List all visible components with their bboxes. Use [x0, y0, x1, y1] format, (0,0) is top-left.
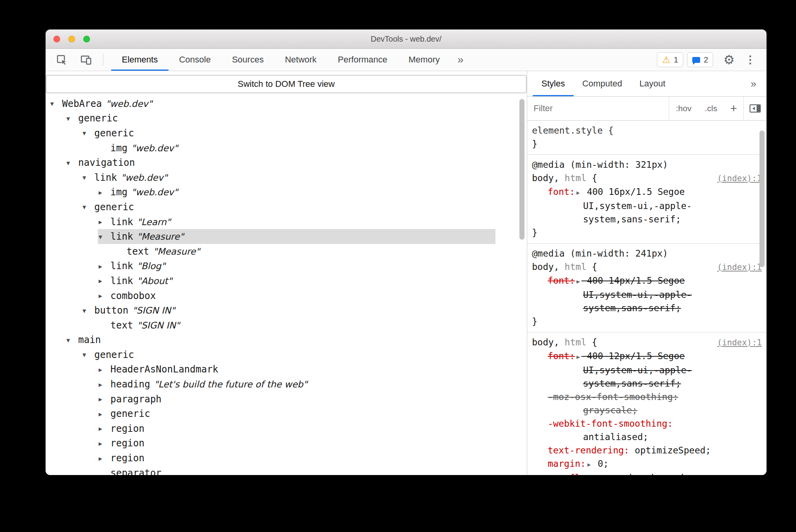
- tree-row-navigation[interactable]: ▾navigation: [46, 155, 495, 170]
- tree-row-headerasnonlandmark[interactable]: ▸HeaderAsNonLandmark: [46, 362, 495, 377]
- css-property-name[interactable]: font:: [548, 187, 575, 197]
- sidebar-tab-styles[interactable]: Styles: [533, 71, 574, 96]
- css-declaration[interactable]: font:▸ 400 12px/1.5 Segoe UI,system-ui,-…: [532, 349, 762, 390]
- tree-collapsed-icon[interactable]: ▸: [99, 395, 110, 403]
- tab-memory[interactable]: Memory: [398, 49, 450, 71]
- tab-console[interactable]: Console: [169, 49, 222, 71]
- css-property-value[interactable]: antialiased;: [583, 432, 648, 442]
- zoom-button[interactable]: [83, 36, 90, 42]
- tree-expanded-icon[interactable]: ▾: [83, 203, 94, 211]
- css-property-value[interactable]: grayscale;: [583, 405, 637, 415]
- css-property-name[interactable]: -webkit-font-smoothing:: [548, 418, 673, 429]
- css-property-name[interactable]: text-rendering:: [548, 445, 629, 455]
- css-property-value[interactable]: 400 12px/1.5 Segoe UI,system-ui,-apple-s…: [581, 351, 692, 389]
- expand-value-icon[interactable]: ▸: [576, 189, 580, 196]
- tree-row-region[interactable]: ▸region: [46, 421, 495, 436]
- messages-badge[interactable]: 2: [687, 52, 713, 67]
- tree-collapsed-icon[interactable]: ▸: [99, 292, 110, 300]
- tree-row-combobox[interactable]: ▸combobox: [46, 288, 495, 303]
- tree-row-generic[interactable]: ▾generic: [46, 200, 495, 215]
- element-class-toggle[interactable]: .cls: [698, 104, 724, 113]
- element-style-selector[interactable]: element.style {: [532, 124, 762, 137]
- rule-selector[interactable]: body, html {(index):1: [532, 260, 762, 274]
- tree-row-button[interactable]: ▾button"SIGN IN": [46, 303, 495, 318]
- tree-row-img[interactable]: ▸img"web.dev": [46, 185, 495, 200]
- css-property-value[interactable]: optimizeSpeed;: [629, 445, 711, 455]
- close-button[interactable]: [53, 36, 60, 42]
- left-pane-scrollbar[interactable]: [519, 99, 525, 240]
- sidebar-tab-computed[interactable]: Computed: [574, 71, 631, 96]
- tree-row-link[interactable]: ▾link"web.dev": [46, 170, 495, 185]
- settings-gear-icon[interactable]: ⚙: [723, 53, 735, 66]
- tree-row-link[interactable]: ▸link"About": [46, 273, 495, 288]
- inspect-element-icon[interactable]: [56, 54, 68, 66]
- stylesheet-source-link[interactable]: (index):1: [713, 336, 762, 349]
- tree-expanded-icon[interactable]: ▾: [50, 99, 62, 108]
- expand-value-icon[interactable]: ▸: [576, 353, 580, 361]
- tab-sources[interactable]: Sources: [221, 49, 274, 71]
- css-declaration[interactable]: font:▸ 400 14px/1.5 Segoe UI,system-ui,-…: [532, 274, 762, 315]
- tree-row-generic[interactable]: ▾generic: [46, 126, 495, 141]
- css-property-name[interactable]: overflow-wrap:: [548, 473, 624, 475]
- tree-row-text[interactable]: text"Measure": [46, 244, 495, 259]
- tab-network[interactable]: Network: [274, 49, 327, 71]
- tree-row-link[interactable]: ▸link"Learn": [46, 215, 495, 229]
- css-declaration[interactable]: font:▸ 400 16px/1.5 Segoe UI,system-ui,-…: [532, 185, 762, 226]
- tree-collapsed-icon[interactable]: ▸: [99, 454, 110, 462]
- css-property-value[interactable]: 0;: [592, 459, 609, 469]
- css-property-name[interactable]: -moz-osx-font-smoothing:: [548, 392, 678, 402]
- css-property-value[interactable]: 400 14px/1.5 Segoe UI,system-ui,-apple-s…: [581, 275, 692, 313]
- tree-row-region[interactable]: ▸region: [46, 436, 495, 451]
- title-bar[interactable]: DevTools - web.dev/: [46, 29, 767, 49]
- css-property-name[interactable]: margin:: [548, 459, 586, 469]
- tab-performance[interactable]: Performance: [327, 49, 398, 71]
- tree-expanded-icon[interactable]: ▾: [99, 233, 110, 241]
- rule-selector[interactable]: body, html {(index):1: [532, 336, 762, 349]
- css-declaration[interactable]: overflow-wrap: break-word;: [532, 471, 762, 475]
- more-tabs-icon[interactable]: »: [450, 49, 471, 71]
- css-declaration[interactable]: -webkit-font-smoothing: antialiased;: [532, 417, 762, 444]
- tree-expanded-icon[interactable]: ▾: [83, 173, 94, 182]
- css-property-name[interactable]: font:: [548, 275, 575, 286]
- stylesheet-source-link[interactable]: (index):1: [713, 172, 762, 185]
- tree-row-separator[interactable]: separator: [46, 466, 495, 475]
- css-property-value[interactable]: break-word;: [624, 473, 689, 475]
- tab-elements[interactable]: Elements: [111, 49, 169, 71]
- tree-row-main[interactable]: ▾main: [46, 333, 495, 348]
- stylesheet-source-link[interactable]: (index):1: [713, 260, 762, 274]
- minimize-button[interactable]: [68, 36, 75, 42]
- styles-scrollbar[interactable]: [759, 130, 765, 267]
- switch-dom-tree-button[interactable]: Switch to DOM Tree view: [46, 75, 526, 93]
- device-toolbar-icon[interactable]: [80, 54, 92, 66]
- expand-value-icon[interactable]: ▸: [576, 277, 580, 285]
- rule-selector[interactable]: body, html {(index):1: [532, 171, 762, 185]
- tree-collapsed-icon[interactable]: ▸: [99, 188, 110, 196]
- tree-row-generic[interactable]: ▸generic: [46, 406, 495, 421]
- tree-expanded-icon[interactable]: ▾: [66, 159, 78, 167]
- new-style-rule-button[interactable]: +: [724, 103, 743, 114]
- tree-collapsed-icon[interactable]: ▸: [99, 365, 110, 374]
- filter-input[interactable]: [527, 103, 669, 114]
- tree-collapsed-icon[interactable]: ▸: [99, 262, 110, 270]
- tree-row-webarea[interactable]: ▾WebArea"web.dev": [46, 96, 495, 111]
- tree-expanded-icon[interactable]: ▾: [83, 306, 94, 315]
- tree-collapsed-icon[interactable]: ▸: [99, 380, 110, 389]
- warnings-badge[interactable]: ⚠ 1: [657, 52, 683, 67]
- tree-collapsed-icon[interactable]: ▸: [99, 277, 110, 285]
- tree-expanded-icon[interactable]: ▾: [66, 114, 78, 123]
- tree-collapsed-icon[interactable]: ▸: [99, 424, 110, 433]
- sidebar-more-tabs-icon[interactable]: »: [741, 71, 767, 96]
- tree-expanded-icon[interactable]: ▾: [83, 129, 94, 137]
- tree-expanded-icon[interactable]: ▾: [83, 350, 94, 359]
- tree-expanded-icon[interactable]: ▾: [66, 336, 78, 344]
- tree-row-img[interactable]: img"web.dev": [46, 141, 495, 156]
- tree-collapsed-icon[interactable]: ▸: [99, 439, 110, 448]
- css-declaration[interactable]: -moz-osx-font-smoothing: grayscale;: [532, 390, 762, 417]
- tree-row-text[interactable]: text"SIGN IN": [46, 318, 495, 333]
- tree-collapsed-icon[interactable]: ▸: [99, 218, 110, 226]
- tree-row-paragraph[interactable]: ▸paragraph: [46, 392, 495, 407]
- tree-row-generic[interactable]: ▾generic: [46, 111, 495, 126]
- css-declaration[interactable]: margin:▸ 0;: [532, 457, 762, 471]
- expand-value-icon[interactable]: ▸: [587, 460, 591, 468]
- toggle-sidebar-icon[interactable]: [744, 103, 767, 114]
